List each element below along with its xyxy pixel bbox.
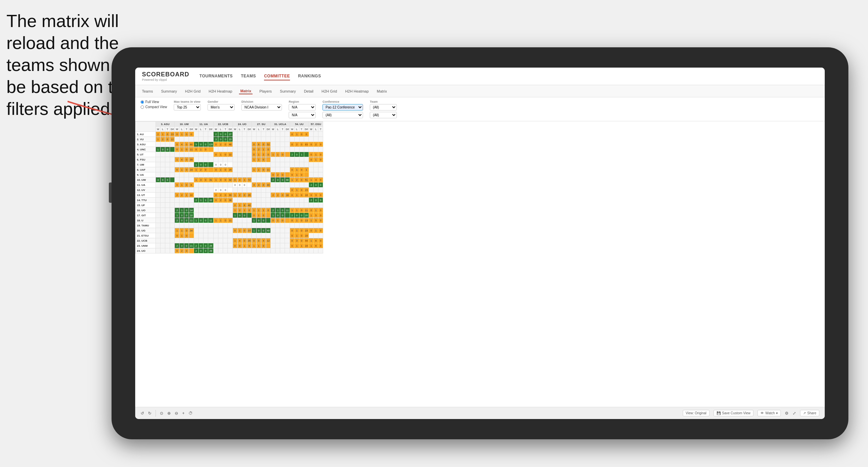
matrix-cell (179, 198, 184, 203)
sub-nav-matrix[interactable]: Matrix (239, 88, 252, 94)
matrix-cell (266, 213, 271, 218)
nav-tournaments[interactable]: TOURNAMENTS (199, 72, 233, 80)
sub-d5: Dif (247, 127, 251, 132)
conference-select2[interactable]: (All) (322, 112, 363, 118)
redo-icon[interactable]: ↻ (148, 411, 151, 416)
save-custom-btn[interactable]: 💾 Save Custom View (714, 410, 753, 416)
matrix-cell (156, 188, 161, 193)
nav-rankings[interactable]: RANKINGS (298, 72, 321, 80)
max-teams-select[interactable]: Top 25 Top 50 All (174, 104, 201, 110)
team-select[interactable]: (All) (370, 104, 397, 110)
full-view-radio[interactable] (141, 100, 144, 104)
team-select2[interactable]: (All) (370, 112, 397, 118)
sub-nav-detail[interactable]: Detail (303, 89, 315, 94)
matrix-cell (165, 172, 170, 177)
settings-icon[interactable]: ⚙ (785, 411, 789, 416)
share-btn[interactable]: ↗ Share (800, 410, 819, 416)
matrix-cell: 52 (266, 142, 271, 147)
matrix-cell: 40 (266, 228, 271, 233)
matrix-cell: 0 (290, 243, 294, 248)
matrix-cell: 0 (280, 208, 285, 213)
matrix-cell: 0 (214, 188, 218, 193)
gender-select[interactable]: Men's Women's (208, 104, 235, 110)
matrix-cell (266, 132, 271, 137)
matrix-cell: 2 (194, 198, 198, 203)
matrix-cell: 25 (208, 243, 214, 248)
conference-select[interactable]: Pac-12 Conference (All) ACC (322, 104, 363, 110)
matrix-cell (198, 157, 203, 162)
sub-nav-h2h-grid2[interactable]: H2H Grid (320, 89, 338, 94)
region-select[interactable]: N/A East West (289, 104, 316, 110)
matrix-cell: 40 (247, 203, 251, 208)
matrix-cell (233, 167, 237, 172)
zoom-out-icon[interactable]: ⊖ (175, 411, 178, 416)
sub-nav-h2h-heatmap2[interactable]: H2H Heatmap (344, 89, 370, 94)
matrix-cell: 1 (294, 188, 299, 193)
fullscreen-icon[interactable]: ⤢ (793, 411, 796, 416)
matrix-cell (271, 147, 275, 152)
matrix-cell (285, 147, 290, 152)
matrix-cell (223, 203, 228, 208)
sub-nav-matrix2[interactable]: Matrix (376, 89, 388, 94)
nav-committee[interactable]: COMMITTEE (264, 72, 290, 80)
compact-view-radio[interactable] (141, 105, 144, 109)
matrix-cell (189, 162, 194, 167)
sub-w5: W (233, 127, 237, 132)
matrix-cell (170, 152, 175, 157)
col-uw-header: 10. UW (175, 122, 194, 127)
undo-icon[interactable]: ↺ (141, 411, 144, 416)
division-select[interactable]: NCAA Division I NCAA Division II NAIA (241, 104, 282, 110)
matrix-cell (242, 218, 247, 223)
plus-icon[interactable]: + (182, 411, 185, 416)
sub-nav-players[interactable]: Players (258, 89, 273, 94)
matrix-cell (170, 248, 175, 253)
sub-nav-summary[interactable]: Summary (160, 89, 178, 94)
matrix-cell: 0 (233, 228, 237, 233)
region-select2[interactable]: N/A (289, 112, 316, 118)
view-original-btn[interactable]: View: Original (683, 410, 710, 416)
matrix-cell (271, 198, 275, 203)
matrix-cell (156, 193, 161, 198)
matrix-cell: 0 (309, 228, 314, 233)
matrix-cell (170, 177, 175, 182)
matrix-cell (304, 182, 309, 188)
sub-nav-h2h-grid[interactable]: H2H Grid (184, 89, 202, 94)
matrix-cell: 2 (257, 147, 261, 152)
nav-teams[interactable]: TEAMS (241, 72, 256, 80)
sub-nav-summary2[interactable]: Summary (279, 89, 297, 94)
matrix-cell (214, 172, 218, 177)
matrix-cell (237, 152, 242, 157)
matrix-cell: 0 (233, 182, 237, 188)
matrix-scroll-area[interactable]: 3. ASU 10. UW 11. UA 22. UCB 24. UO 27. … (135, 121, 825, 407)
matrix-cell (161, 238, 165, 243)
matrix-cell (170, 223, 175, 228)
matrix-cell (290, 198, 294, 203)
matrix-cell (189, 238, 194, 243)
matrix-cell (189, 188, 194, 193)
refresh-icon[interactable]: ⊙ (160, 411, 163, 416)
compact-view-option[interactable]: Compact View (141, 105, 167, 109)
matrix-cell (228, 213, 233, 218)
sub-nav-teams[interactable]: Teams (141, 89, 154, 94)
zoom-in-icon[interactable]: ⊕ (167, 411, 171, 416)
watch-btn[interactable]: 👁 Watch ▾ (757, 410, 781, 416)
sub-nav-h2h-heatmap[interactable]: H2H Heatmap (207, 89, 234, 94)
matrix-cell: 0 (175, 248, 179, 253)
matrix-cell (275, 157, 280, 162)
matrix-cell (242, 157, 247, 162)
matrix-cell: 0 (165, 137, 170, 142)
matrix-cell (218, 203, 223, 208)
matrix-cell: 0 (184, 157, 189, 162)
sub-t9: T (318, 127, 323, 132)
matrix-cell (218, 147, 223, 152)
matrix-cell: 32 (228, 177, 233, 182)
matrix-cell (261, 193, 266, 198)
matrix-cell (218, 213, 223, 218)
clock-icon[interactable]: ⏱ (189, 411, 193, 416)
full-view-option[interactable]: Full View (141, 100, 167, 104)
matrix-cell (203, 238, 208, 243)
matrix-cell: 0 (223, 152, 228, 157)
matrix-cell (237, 248, 242, 253)
matrix-cell: 1 (214, 177, 218, 182)
matrix-cell: 0 (280, 177, 285, 182)
